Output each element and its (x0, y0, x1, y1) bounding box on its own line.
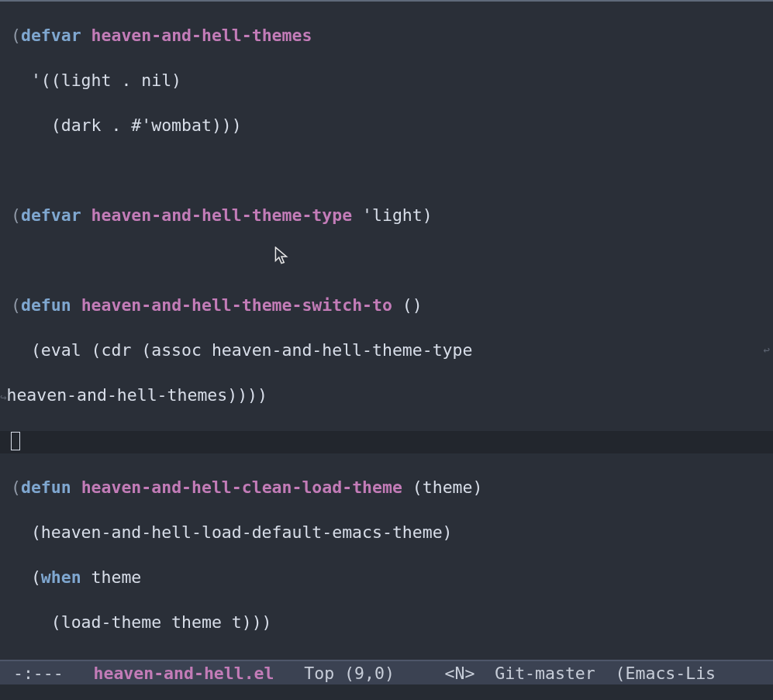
emacs-window[interactable]: (defvar heaven-and-hell-themes '((light … (0, 0, 773, 700)
mode-line-position: Top (9,0) (274, 662, 395, 684)
code-buffer[interactable]: (defvar heaven-and-hell-themes '((light … (0, 2, 773, 660)
keyword-defun: defun (21, 478, 71, 497)
func-name: heaven-and-hell-theme-switch-to (81, 295, 392, 315)
current-line (0, 431, 773, 453)
mode-line[interactable]: -:--- heaven-and-hell.el Top (9,0) <N> G… (0, 660, 773, 684)
mode-line-buffer-name[interactable]: heaven-and-hell.el (74, 662, 274, 684)
minibuffer[interactable] (0, 684, 773, 700)
wrap-indicator-icon: ↩ (764, 339, 770, 361)
text-cursor (11, 432, 20, 450)
func-name: heaven-and-hell-clean-load-theme (81, 478, 402, 497)
keyword-defvar: defvar (21, 26, 81, 45)
paren: ( (11, 26, 21, 45)
mode-line-vc: <N> Git-master (395, 662, 595, 684)
var-name: heaven-and-hell-themes (91, 26, 312, 45)
var-name: heaven-and-hell-theme-type (91, 205, 353, 225)
keyword-when: when (41, 567, 81, 587)
keyword-defun: defun (21, 295, 71, 315)
mode-line-modified: -:--- (3, 662, 74, 684)
keyword-defvar: defvar (21, 205, 81, 225)
mode-line-modes: (Emacs-Lis (595, 662, 716, 684)
